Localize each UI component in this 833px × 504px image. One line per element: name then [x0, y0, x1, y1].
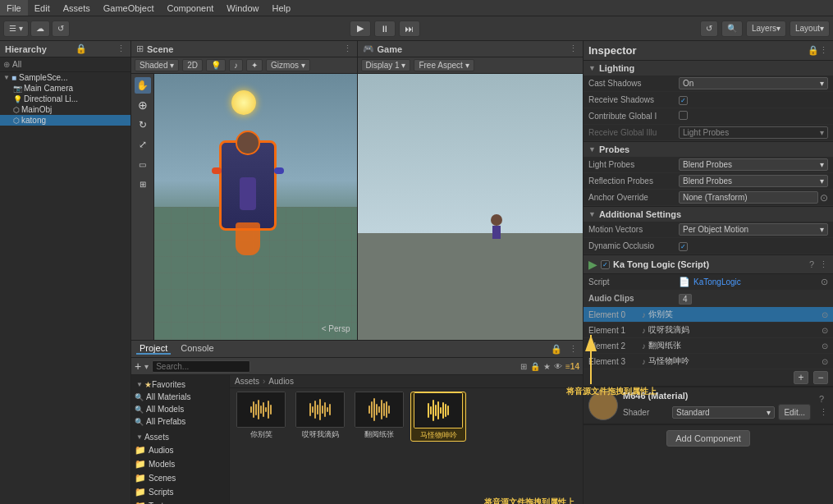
- probes-header[interactable]: ▼ Probes: [584, 142, 833, 157]
- dynamic-occlusion-cb[interactable]: ✓: [679, 242, 688, 251]
- tool-rect[interactable]: ▭: [135, 156, 151, 172]
- folder-scenes[interactable]: 📁 Scenes: [131, 471, 229, 485]
- menu-help[interactable]: Help: [265, 0, 297, 16]
- project-lock-icon2[interactable]: 🔒: [530, 362, 540, 371]
- search-btn[interactable]: 🔍: [721, 21, 743, 37]
- game-menu-icon[interactable]: ⋮: [569, 44, 578, 54]
- settings-tool[interactable]: ↺: [52, 21, 70, 37]
- script-question-icon[interactable]: ?: [809, 259, 814, 270]
- tool-transform[interactable]: ⊞: [135, 176, 151, 192]
- undo-btn[interactable]: ↺: [700, 21, 718, 37]
- script-component-header[interactable]: ▶ ✓ Ka Tong Logic (Script) ? ⋮: [584, 255, 833, 274]
- material-menu-icon[interactable]: ⋮: [819, 407, 828, 418]
- menu-component[interactable]: Component: [160, 0, 220, 16]
- tool-rotate[interactable]: ↻: [135, 117, 151, 133]
- fav-models[interactable]: 🔍 All Models: [131, 403, 229, 415]
- tool-move[interactable]: ⊕: [135, 97, 151, 113]
- clip-target-0[interactable]: ⊙: [822, 310, 828, 319]
- game-display[interactable]: Display 1 ▾: [361, 59, 411, 71]
- additional-header[interactable]: ▼ Additional Settings: [584, 207, 833, 222]
- cloud-tool[interactable]: ☁: [30, 21, 50, 37]
- project-lock-icon[interactable]: 🔒: [551, 344, 562, 355]
- hand-tool[interactable]: ☰ ▾: [3, 21, 29, 37]
- menu-edit[interactable]: Edit: [28, 0, 57, 16]
- hierarchy-camera-item[interactable]: 📷 Main Camera: [0, 83, 130, 94]
- project-view-icon[interactable]: ⊞: [520, 362, 527, 371]
- project-search-input[interactable]: [152, 360, 250, 373]
- script-menu-icon[interactable]: ⋮: [819, 259, 828, 270]
- layers-dropdown[interactable]: Layers ▾: [746, 21, 786, 37]
- hierarchy-katong-item[interactable]: ⬡ katong: [0, 115, 130, 126]
- inspector-menu-icon[interactable]: ⋮: [819, 45, 828, 56]
- clip-row-0[interactable]: Element 0 ♪ 你别笑 ⊙: [584, 307, 833, 323]
- clip-row-1[interactable]: Element 1 ♪ 哎呀我滴妈 ⊙: [584, 323, 833, 338]
- contribute-global-checkbox[interactable]: [679, 111, 688, 120]
- scene-tool-shaded[interactable]: Shaded ▾: [135, 59, 179, 71]
- fav-materials[interactable]: 🔍 All Materials: [131, 391, 229, 403]
- shader-dropdown[interactable]: Standard ▾: [672, 406, 775, 419]
- clip-target-2[interactable]: ⊙: [822, 341, 828, 351]
- dynamic-occlusion-checkbox[interactable]: ✓: [679, 242, 688, 251]
- anchor-override-dropdown[interactable]: None (Transform): [679, 191, 818, 204]
- clip-row-2[interactable]: Element 2 ♪ 翻阅纸张 ⊙: [584, 338, 833, 354]
- script-target-icon[interactable]: ⊙: [821, 277, 828, 287]
- tool-scale[interactable]: ⤢: [135, 136, 151, 153]
- menu-assets[interactable]: Assets: [57, 0, 97, 16]
- file-item-2[interactable]: 翻阅纸张: [351, 392, 407, 442]
- clip-target-3[interactable]: ⊙: [822, 357, 828, 366]
- pause-button[interactable]: ⏸: [374, 21, 396, 37]
- receive-shadows-cb[interactable]: ✓: [679, 96, 688, 105]
- folder-textures[interactable]: 📁 Textures: [131, 499, 229, 504]
- contribute-global-cb[interactable]: [679, 111, 688, 120]
- fav-prefabs[interactable]: 🔍 All Prefabs: [131, 415, 229, 428]
- hierarchy-mainobj-item[interactable]: ⬡ MainObj: [0, 104, 130, 115]
- receive-global-dropdown[interactable]: Light Probes ▾: [679, 126, 828, 139]
- folder-audios[interactable]: 📁 Audios: [131, 443, 229, 457]
- game-aspect[interactable]: Free Aspect ▾: [414, 59, 474, 71]
- clip-target-1[interactable]: ⊙: [822, 326, 828, 335]
- receive-shadows-checkbox[interactable]: ✓: [679, 96, 688, 105]
- reflection-probes-dropdown[interactable]: Blend Probes ▾: [679, 175, 828, 187]
- folder-scripts[interactable]: 📁 Scripts: [131, 485, 229, 499]
- script-enabled-checkbox[interactable]: ✓: [601, 260, 610, 269]
- scene-tool-light[interactable]: 💡: [206, 59, 226, 71]
- step-button[interactable]: ⏭: [399, 21, 420, 37]
- inspector-lock-icon[interactable]: 🔒: [808, 45, 819, 56]
- add-component-button[interactable]: Add Component: [666, 430, 750, 447]
- project-eye-icon[interactable]: 👁: [554, 362, 562, 371]
- menu-gameobject[interactable]: GameObject: [97, 0, 161, 16]
- tool-hand[interactable]: ✋: [135, 77, 151, 94]
- file-item-0[interactable]: 你别笑: [233, 392, 289, 442]
- menu-file[interactable]: File: [0, 0, 28, 16]
- light-probes-dropdown[interactable]: Blend Probes ▾: [679, 158, 828, 171]
- scene-tool-audio[interactable]: ♪: [229, 59, 243, 71]
- folder-models[interactable]: 📁 Models: [131, 457, 229, 471]
- file-item-3[interactable]: 马怪物呻吟: [410, 392, 466, 442]
- scene-menu-icon[interactable]: ⋮: [343, 44, 352, 54]
- shader-edit-btn[interactable]: Edit...: [778, 404, 811, 420]
- lighting-header[interactable]: ▼ Lighting: [584, 61, 833, 76]
- scene-tool-2d[interactable]: 2D: [182, 59, 203, 71]
- anchor-target-icon[interactable]: ⊙: [820, 192, 828, 204]
- project-tab[interactable]: Project: [136, 343, 171, 355]
- clips-add-btn[interactable]: +: [794, 371, 808, 384]
- console-tab[interactable]: Console: [177, 343, 217, 355]
- assets-header[interactable]: ▼ Assets: [131, 431, 229, 443]
- material-question-icon[interactable]: ?: [819, 394, 828, 404]
- favorites-header[interactable]: ▼ ★ Favorites: [131, 378, 229, 391]
- project-star-icon[interactable]: ★: [543, 362, 551, 371]
- clips-remove-btn[interactable]: −: [813, 371, 828, 384]
- breadcrumb-audios[interactable]: Audios: [268, 377, 294, 386]
- menu-window[interactable]: Window: [220, 0, 265, 16]
- hierarchy-scene-item[interactable]: ▼ ■ SampleSce...: [0, 72, 130, 83]
- cast-shadows-dropdown[interactable]: On ▾: [679, 77, 828, 89]
- scene-tool-vfx[interactable]: ✦: [246, 59, 263, 71]
- play-button[interactable]: ▶: [350, 21, 371, 37]
- clip-row-3[interactable]: Element 3 ♪ 马怪物呻吟 ⊙: [584, 354, 833, 369]
- hierarchy-menu-icon[interactable]: ⋮: [117, 44, 126, 54]
- scene-tool-gizmos[interactable]: Gizmos ▾: [266, 59, 310, 71]
- script-file-name[interactable]: KaTongLogic: [693, 277, 741, 286]
- project-add-btn[interactable]: +: [135, 360, 141, 373]
- motion-vectors-dropdown[interactable]: Per Object Motion ▾: [679, 223, 828, 236]
- layout-dropdown[interactable]: Layout ▾: [790, 21, 830, 37]
